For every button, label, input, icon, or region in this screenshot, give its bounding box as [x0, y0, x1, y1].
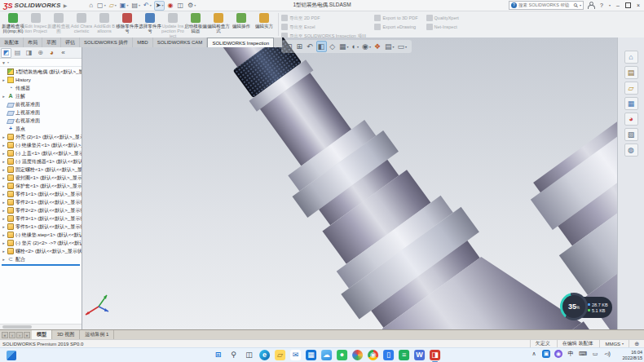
- edge-icon[interactable]: e: [259, 350, 270, 360]
- home-icon[interactable]: ⌂: [88, 1, 95, 11]
- tree-item[interactable]: 上视基准面: [0, 108, 82, 117]
- ribbon-tab[interactable]: SOLIDWORKS Inspection: [207, 38, 274, 47]
- start-icon[interactable]: ⊞: [213, 350, 223, 360]
- chrome-icon[interactable]: ◉: [368, 350, 378, 360]
- expand-arrow-icon[interactable]: ▸: [2, 159, 6, 164]
- store-icon[interactable]: ▦: [306, 350, 316, 360]
- tree-item[interactable]: ▸ (-) 绝缘垫片<1> (默认<<默认>_显: [0, 141, 82, 149]
- help-dropdown-icon[interactable]: ▾: [609, 3, 611, 7]
- volume-icon[interactable]: ◅): [603, 350, 611, 358]
- expand-arrow-icon[interactable]: ▸: [2, 167, 6, 172]
- search-icon[interactable]: ⚲: [572, 2, 580, 9]
- ribbon-tab[interactable]: 布局: [24, 38, 42, 47]
- tree-item[interactable]: 原点: [0, 125, 82, 133]
- tree-item[interactable]: ▸ 零件2<1> (默认<<默认>_显示状: [0, 198, 82, 206]
- tree-item[interactable]: ▸ 零件1<1> (默认<<默认>_显示状态: [0, 190, 82, 198]
- status-globe[interactable]: ⊕: [629, 340, 644, 347]
- expand-arrow-icon[interactable]: ▸: [2, 151, 6, 156]
- tree-item[interactable]: ▸ History: [0, 76, 82, 84]
- zoom-area-icon[interactable]: ⊞: [296, 41, 305, 52]
- edit-appearance-icon[interactable]: ❖: [373, 41, 382, 52]
- ribbon-button[interactable]: Update Inspection Project: [161, 12, 184, 38]
- ribbon-tab[interactable]: SOLIDWORKS CAM: [153, 38, 208, 47]
- export-button[interactable]: 导出至 2D PDF: [281, 15, 366, 21]
- view-orientation-icon[interactable]: ▦ ▾: [338, 41, 350, 52]
- panel-collapse-icon[interactable]: «: [58, 48, 68, 58]
- ribbon-button[interactable]: 新建检查视图: [47, 12, 70, 38]
- ribbon-tab[interactable]: SOLIDWORKS 插件: [80, 38, 133, 47]
- displaymanager-tab-icon[interactable]: ◕: [46, 48, 57, 58]
- expand-arrow-icon[interactable]: ▸: [2, 208, 6, 213]
- ribbon-button[interactable]: 移除零件序号: [116, 12, 139, 38]
- tree-item[interactable]: ▸ (-) 温度传感器<1> (默认<<默认>_: [0, 157, 82, 166]
- tree-item[interactable]: ▸ 注解: [0, 92, 82, 100]
- close-button[interactable]: ×: [634, 2, 642, 8]
- view-palette-icon[interactable]: ▦: [624, 97, 638, 110]
- net-monitor-widget[interactable]: 28.7 KB 5.1 KB 35 %: [560, 293, 614, 322]
- minimize-button[interactable]: –: [614, 2, 622, 8]
- expand-arrow-icon[interactable]: ▸: [2, 192, 6, 196]
- expand-arrow-icon[interactable]: ▸: [2, 224, 6, 229]
- ribbon-tab[interactable]: 草图: [42, 38, 61, 47]
- export-button[interactable]: Export eDrawing: [374, 24, 417, 30]
- view-tab[interactable]: 模型: [32, 330, 52, 339]
- ribbon-tab[interactable]: 评估: [61, 38, 80, 47]
- green-app-icon[interactable]: ●: [337, 350, 347, 360]
- expand-arrow-icon[interactable]: ▸: [2, 77, 6, 82]
- expand-arrow-icon[interactable]: ▸: [2, 257, 6, 262]
- view-tab[interactable]: 3D 视图: [52, 330, 80, 339]
- tree-item[interactable]: ▸ 零件2<2> (默认<<默认>_显示状: [0, 206, 82, 214]
- tree-item[interactable]: ▸ 保护套<1> (默认<<默认>_显示状: [0, 182, 82, 190]
- tree-item[interactable]: ▸ 螺栓<2> (默认<<默认>_显示状态: [0, 247, 82, 255]
- expand-arrow-icon[interactable]: ▸: [2, 175, 6, 180]
- touch-keyboard-icon[interactable]: ⌨: [579, 350, 587, 358]
- expand-arrow-icon[interactable]: ▸: [2, 143, 6, 148]
- ribbon-button[interactable]: Add Characteristic: [70, 12, 93, 38]
- cast-display-icon[interactable]: ▭: [591, 350, 599, 358]
- zoom-fit-icon[interactable]: ⊡: [285, 41, 294, 52]
- forum-icon[interactable]: ◍: [624, 143, 638, 157]
- help-button[interactable]: ?: [598, 2, 606, 8]
- taskbar-clock[interactable]: 16:04 2022/8/15: [623, 350, 642, 361]
- section-view-icon[interactable]: ◧: [316, 41, 328, 52]
- tree-item[interactable]: ▸ 零件5<1> (默认<<默认>_显示状: [0, 223, 82, 231]
- status-segment[interactable]: MMGS ▾: [599, 340, 629, 347]
- export-button[interactable]: Net-Inspect: [426, 24, 459, 30]
- resources-home-icon[interactable]: ⌂: [624, 51, 638, 64]
- ribbon-tab[interactable]: 装配体: [0, 38, 24, 47]
- save-icon[interactable]: ▣ ▾: [119, 1, 130, 11]
- restore-button[interactable]: [625, 2, 631, 8]
- search-icon[interactable]: ⚲: [228, 350, 239, 360]
- weather-icon[interactable]: ☁: [321, 350, 332, 360]
- dimxpertmanager-tab-icon[interactable]: ⊕: [35, 48, 46, 58]
- design-library-icon[interactable]: ▤: [624, 66, 638, 79]
- expand-arrow-icon[interactable]: ▸: [2, 183, 6, 188]
- open-icon[interactable]: ▱ ▾: [108, 1, 117, 11]
- appearances-icon[interactable]: ◕: [624, 113, 638, 126]
- options-icon[interactable]: ⚙ ▾: [187, 1, 196, 11]
- search-dropdown-icon[interactable]: ▾: [580, 3, 581, 7]
- apply-scene-icon[interactable]: ▤ ▾: [384, 41, 395, 52]
- ribbon-button[interactable]: 编辑操作: [230, 12, 253, 38]
- solidworks-app-icon[interactable]: ◨: [430, 350, 440, 360]
- tree-item[interactable]: ▸ (-) 垫片 (2)<2> ->? (默认<<默认>: [0, 239, 82, 247]
- view-tab[interactable]: 运动算例 1: [80, 330, 114, 339]
- custom-properties-icon[interactable]: ▧: [624, 128, 638, 141]
- tree-item[interactable]: 传感器: [0, 84, 82, 92]
- filter-dropdown-icon[interactable]: ▾: [7, 60, 9, 64]
- mail-icon[interactable]: ✉: [290, 350, 301, 360]
- file-explorer-icon[interactable]: ▱: [275, 350, 285, 360]
- tray-expand-icon[interactable]: ∧: [530, 350, 538, 358]
- expand-arrow-icon[interactable]: ▸: [2, 200, 6, 205]
- blue-app-icon[interactable]: ▯: [383, 350, 394, 360]
- ring-app-icon[interactable]: [352, 350, 363, 360]
- ribbon-button[interactable]: Add/Edit Balloons: [93, 12, 116, 38]
- configurationmanager-tab-icon[interactable]: ◨: [24, 48, 34, 58]
- export-button[interactable]: QualityXpert: [426, 15, 459, 21]
- tree-item[interactable]: 前视基准面: [0, 100, 82, 108]
- tree-item[interactable]: ▸ 零件3<1> (默认<<默认>_显示状: [0, 214, 82, 223]
- expand-arrow-icon[interactable]: ▸: [2, 249, 6, 254]
- tree-horizontal-scrollbar[interactable]: [0, 324, 82, 329]
- file-explorer-icon[interactable]: ▱: [624, 82, 638, 95]
- hide-show-items-icon[interactable]: ◉ ▾: [361, 41, 372, 52]
